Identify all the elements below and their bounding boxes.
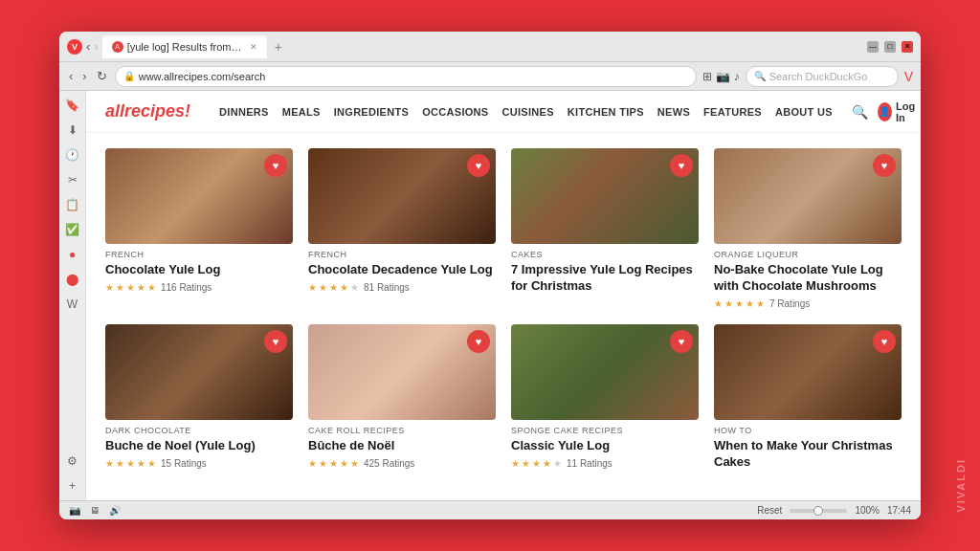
recipe-image-nobake: ♥ (714, 148, 902, 244)
star-3: ★ (329, 282, 338, 293)
recipe-category: ORANGE LIQUEUR (714, 250, 902, 259)
window-controls: — □ ✕ (867, 41, 913, 53)
rating-count: 425 Ratings (364, 458, 414, 469)
recipe-title: Chocolate Decadence Yule Log (308, 262, 496, 278)
user-icon: 👤 (878, 102, 892, 121)
nav-search-icon[interactable]: 🔍 (852, 104, 868, 120)
star-4: ★ (137, 458, 145, 469)
recipe-card-when-to-make[interactable]: ♥ HOW TO When to Make Your Christmas Cak… (714, 324, 902, 471)
sidebar-icon-active[interactable]: ● (64, 246, 81, 263)
star-1: ★ (308, 458, 317, 469)
recipe-image-when-to-make: ♥ (714, 324, 902, 420)
vivaldi-icon[interactable]: V (904, 69, 913, 84)
recipe-card-nobake[interactable]: ♥ ORANGE LIQUEUR No-Bake Chocolate Yule … (714, 148, 902, 309)
recipe-card-choc-decadence[interactable]: ♥ FRENCH Chocolate Decadence Yule Log ★ … (308, 148, 496, 309)
browser-tab[interactable]: A [yule log] Results from Allr... ✕ (102, 35, 267, 58)
recipe-title: No-Bake Chocolate Yule Log with Chocolat… (714, 262, 902, 295)
nav-meals[interactable]: MEALS (282, 106, 321, 118)
rating-count: 81 Ratings (364, 282, 410, 293)
favorite-button-choc-yule-log[interactable]: ♥ (264, 154, 287, 177)
rating-count: 116 Ratings (161, 282, 212, 293)
forward-button[interactable]: › (80, 67, 88, 85)
star-3: ★ (735, 298, 744, 309)
star-4: ★ (137, 282, 145, 293)
sidebar-icon-clipboard[interactable]: 📋 (64, 196, 81, 213)
vivaldi-logo-icon: V (67, 39, 82, 55)
recipe-stars: ★ ★ ★ ★ ★ 81 Ratings (308, 282, 496, 293)
sidebar-icon-tasks[interactable]: ✅ (64, 221, 81, 238)
minimize-button[interactable]: — (867, 41, 879, 53)
recipe-category: HOW TO (714, 426, 902, 435)
reset-label[interactable]: Reset (757, 505, 782, 516)
back-button[interactable]: ‹ (67, 67, 75, 85)
recipe-image-bche-noel: ♥ (308, 324, 496, 420)
sidebar-icon-notes[interactable]: ✂ (64, 171, 81, 188)
favorite-button-classic-yule[interactable]: ♥ (670, 330, 693, 353)
nav-ingredients[interactable]: INGREDIENTS (334, 106, 409, 118)
maximize-button[interactable]: □ (884, 41, 896, 53)
star-3: ★ (126, 458, 135, 469)
tab-favicon-icon: A (112, 41, 123, 53)
address-text: www.allrecipes.com/search (139, 71, 266, 82)
star-5: ★ (756, 298, 765, 309)
recipe-category: CAKE ROLL RECIPES (308, 426, 496, 435)
new-tab-icon[interactable]: + (275, 39, 282, 55)
sidebar-icon-bookmark[interactable]: 🔖 (64, 97, 81, 114)
recipe-category: DARK CHOCOLATE (105, 426, 293, 435)
recipe-title: Chocolate Yule Log (105, 262, 293, 278)
recipe-category: SPONGE CAKE RECIPES (511, 426, 699, 435)
star-1: ★ (105, 282, 114, 293)
sidebar-icon-wiki[interactable]: W (64, 296, 81, 313)
status-right: Reset 100% 17:44 (757, 505, 911, 516)
favorite-button-7-impressive[interactable]: ♥ (670, 154, 693, 177)
sidebar-icon-plus[interactable]: + (64, 477, 81, 495)
nav-kitchen-tips[interactable]: KITCHEN TIPS (568, 106, 644, 118)
status-time: 17:44 (887, 505, 911, 516)
vivaldi-watermark: VIVALDI (955, 458, 967, 513)
nav-features[interactable]: FEATURES (703, 106, 762, 118)
nav-dinners[interactable]: DINNERS (219, 106, 269, 118)
recipe-image-choc-yule-log: ♥ (105, 148, 293, 244)
recipe-title: 7 Impressive Yule Log Recipes for Christ… (511, 262, 699, 295)
bookmark-icon[interactable]: ⊞ (702, 70, 712, 83)
nav-back-icon[interactable]: ‹ (86, 39, 90, 54)
favorite-button-nobake[interactable]: ♥ (873, 154, 896, 177)
star-1: ★ (511, 458, 520, 469)
lock-icon: 🔒 (123, 71, 135, 81)
nav-cuisines[interactable]: CUISINES (501, 106, 553, 118)
sidebar-icon-settings[interactable]: ⚙ (64, 452, 81, 470)
sidebar-icon-history[interactable]: 🕐 (64, 146, 81, 164)
recipe-card-bche-noel[interactable]: ♥ CAKE ROLL RECIPES Bûche de Noël ★ ★ ★ … (308, 324, 496, 471)
star-2: ★ (116, 458, 124, 469)
star-4: ★ (543, 458, 551, 469)
favorite-button-when-to-make[interactable]: ♥ (873, 330, 896, 353)
sidebar-icon-red[interactable]: ⬤ (64, 271, 81, 288)
nav-news[interactable]: NEWS (657, 106, 690, 118)
address-bar[interactable]: 🔒 www.allrecipes.com/search (115, 66, 697, 87)
close-button[interactable]: ✕ (902, 41, 913, 53)
search-box[interactable]: 🔍 Search DuckDuckGo (746, 66, 899, 87)
sidebar-icon-download[interactable]: ⬇ (64, 121, 81, 139)
recipe-card-7-impressive[interactable]: ♥ CAKES 7 Impressive Yule Log Recipes fo… (511, 148, 699, 309)
recipe-card-buche-noel[interactable]: ♥ DARK CHOCOLATE Buche de Noel (Yule Log… (105, 324, 293, 471)
reload-button[interactable]: ↻ (95, 67, 109, 85)
star-5: ★ (147, 282, 156, 293)
camera-icon[interactable]: 📷 (716, 70, 730, 83)
tab-close-icon[interactable]: ✕ (250, 42, 257, 52)
recipe-grid: ♥ FRENCH Chocolate Yule Log ★ ★ ★ ★ ★ 11… (86, 133, 921, 486)
nav-about-us[interactable]: ABOUT US (775, 106, 833, 118)
favorite-button-bche-noel[interactable]: ♥ (467, 330, 490, 353)
login-button[interactable]: 👤 Log In (878, 100, 920, 123)
favorite-button-buche-noel[interactable]: ♥ (264, 330, 287, 353)
recipe-card-choc-yule-log[interactable]: ♥ FRENCH Chocolate Yule Log ★ ★ ★ ★ ★ 11… (105, 148, 293, 309)
star-2: ★ (116, 282, 124, 293)
favorite-button-choc-decadence[interactable]: ♥ (467, 154, 490, 177)
nav-forward-icon[interactable]: › (94, 39, 98, 54)
recipe-title: Bûche de Noël (308, 438, 496, 454)
zoom-slider[interactable] (790, 509, 847, 513)
recipe-card-classic-yule[interactable]: ♥ SPONGE CAKE RECIPES Classic Yule Log ★… (511, 324, 699, 471)
site-logo[interactable]: allrecipes! (105, 101, 190, 121)
search-text: Search DuckDuckGo (769, 71, 868, 82)
nav-occasions[interactable]: OCCASIONS (422, 106, 488, 118)
music-icon[interactable]: ♪ (734, 70, 740, 83)
